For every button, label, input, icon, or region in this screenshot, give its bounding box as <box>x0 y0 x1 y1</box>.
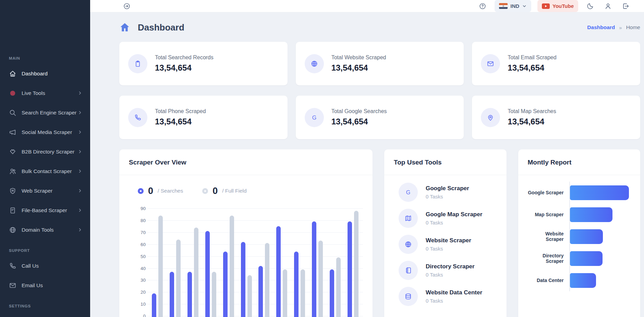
bar-full-field <box>336 257 341 317</box>
stat-label: Total Phone Scraped <box>155 108 206 114</box>
map-fold-icon <box>399 209 418 228</box>
sidebar-item-web-scraper[interactable]: Web Scraper <box>0 181 90 200</box>
dark-mode-toggle[interactable] <box>584 0 596 12</box>
chevron-down-icon <box>522 4 527 9</box>
sidebar-item-search-engine-scraper[interactable]: Search Engine Scraper <box>0 103 90 122</box>
sidebar-nav: MAINDashboardLive ToolsSearch Engine Scr… <box>0 56 90 317</box>
sidebar-item-email-us[interactable]: Email Us <box>0 276 90 295</box>
monthly-row-map-scraper: Map Scraper <box>528 204 631 225</box>
page-title-wrap: Dashboard <box>119 22 184 33</box>
tool-name: Website Scraper <box>426 237 471 244</box>
sidebar-item-b2b-directory-scraper[interactable]: B2B Directory Scraper <box>0 142 90 161</box>
tool-item-website-scraper[interactable]: Website Scraper0 Tasks <box>394 231 497 257</box>
page-title: Dashboard <box>138 22 184 33</box>
tool-task-count: 0 Tasks <box>426 246 471 252</box>
monthly-bar <box>570 207 612 222</box>
tool-task-count: 0 Tasks <box>426 272 475 278</box>
stat-card-total-google-searches: GTotal Google Searches13,54,654 <box>296 96 464 139</box>
youtube-button[interactable]: YouTube <box>537 0 578 12</box>
mail-icon <box>9 282 16 289</box>
bar-searches <box>187 272 192 317</box>
help-button[interactable] <box>477 0 488 12</box>
logout-button[interactable] <box>620 0 632 12</box>
sidebar-item-label: Email Us <box>22 282 83 289</box>
bar-searches <box>348 221 352 317</box>
legend-item--searches: 0/ Searches <box>138 186 183 196</box>
stat-value: 13,54,654 <box>331 117 387 126</box>
scraper-overview-panel: Scraper Over View 0/ Searches0/ Full Fie… <box>119 149 373 317</box>
monthly-category-label: Google Scraper <box>528 190 564 195</box>
y-axis-tick: 50 <box>129 254 146 259</box>
youtube-play-icon <box>542 3 550 9</box>
sidebar-item-call-us[interactable]: Call Us <box>0 256 90 276</box>
sidebar-item-label: Domain Tools <box>22 227 77 233</box>
sidebar-item-label: Web Scraper <box>22 188 77 194</box>
legend-dot-icon <box>138 188 144 194</box>
chevron-right-icon <box>77 130 83 135</box>
sidebar-item-profile[interactable]: Profile <box>0 312 90 317</box>
monthly-bar <box>570 251 603 266</box>
tool-item-google-map-scraper[interactable]: Google Map Scraper0 Tasks <box>394 205 497 231</box>
tool-task-count: 0 Tasks <box>426 298 482 304</box>
tool-item-website-data-center[interactable]: Website Data Center0 Tasks <box>394 283 497 309</box>
stat-label: Total Google Searches <box>331 108 387 114</box>
bar-full-field <box>283 269 287 317</box>
y-axis-tick: 90 <box>129 206 146 211</box>
stat-value: 13,54,654 <box>508 117 556 126</box>
sidebar-item-live-tools[interactable]: Live Tools <box>0 83 90 103</box>
legend-label: / Searches <box>158 188 183 194</box>
profile-button[interactable] <box>602 0 614 12</box>
phone-icon <box>9 262 16 270</box>
breadcrumb-home-link[interactable]: Home <box>626 24 640 31</box>
bar-full-field <box>265 243 269 317</box>
stat-card-total-searched-records: Total Searched Records13,54,654 <box>119 42 288 85</box>
bar-full-field <box>212 272 216 317</box>
stat-card-total-phone-scraped: Total Phone Scraped13,54,654 <box>119 96 288 139</box>
sidebar-item-dashboard[interactable]: Dashboard <box>0 64 90 83</box>
google-g-icon: G <box>305 108 324 127</box>
sidebar-item-social-media-scraper[interactable]: Social Media Scraper <box>0 122 90 142</box>
tool-item-directory-scraper[interactable]: Directory Scraper0 Tasks <box>394 257 497 283</box>
sidebar-toggle-button[interactable] <box>121 0 133 12</box>
sidebar-item-label: Dashboard <box>22 71 83 77</box>
breadcrumb-dashboard-link[interactable]: Dashboard <box>587 24 615 31</box>
bar-searches <box>330 269 334 317</box>
header-actions: IND YouTube <box>477 0 632 12</box>
tool-task-count: 0 Tasks <box>426 220 482 225</box>
bar-searches <box>294 252 299 317</box>
stat-value: 13,54,654 <box>331 63 386 73</box>
stat-label: Total Map Searches <box>508 108 556 114</box>
sidebar-section-main: MAIN <box>0 56 90 60</box>
top-used-tools-title: Top Used Tools <box>384 149 507 175</box>
chevron-right-icon <box>77 208 83 213</box>
monthly-row-data-center: Data Center <box>528 269 631 291</box>
sidebar-item-bulk-contact-scraper[interactable]: Bulk Contact Scraper <box>0 161 90 181</box>
clipboard-icon <box>128 54 147 73</box>
bar-searches <box>223 252 228 317</box>
scraper-overview-title: Scraper Over View <box>119 149 373 175</box>
monthly-category-label: Website Scraper <box>528 231 564 242</box>
tool-name: Google Map Scraper <box>426 211 482 218</box>
home-icon <box>119 22 130 33</box>
moon-icon <box>586 2 594 10</box>
main-column: IND YouTube <box>90 0 644 317</box>
language-selector[interactable]: IND <box>495 0 531 12</box>
tool-item-google-scraper[interactable]: GGoogle Scraper0 Tasks <box>394 179 497 205</box>
bar-searches <box>170 272 174 317</box>
tool-name: Google Scraper <box>426 185 469 192</box>
y-axis-tick: 40 <box>129 266 146 271</box>
sidebar-item-file-based-scraper[interactable]: File-Based Scraper <box>0 200 90 220</box>
bar-searches <box>205 231 210 317</box>
bar-searches <box>241 242 245 317</box>
bar-searches <box>276 226 281 317</box>
sidebar-section-support: SUPPORT <box>0 248 90 253</box>
tool-name: Directory Scraper <box>426 263 475 270</box>
google-g-icon: G <box>399 183 418 202</box>
india-flag-icon <box>499 3 508 9</box>
sidebar-item-label: File-Based Scraper <box>22 207 77 214</box>
y-axis-tick: 20 <box>129 290 146 295</box>
monthly-bar-zone <box>569 204 631 225</box>
sidebar-item-domain-tools[interactable]: Domain Tools <box>0 220 90 240</box>
monthly-report-title: Montly Report <box>518 149 641 175</box>
monthly-bar <box>570 273 596 288</box>
